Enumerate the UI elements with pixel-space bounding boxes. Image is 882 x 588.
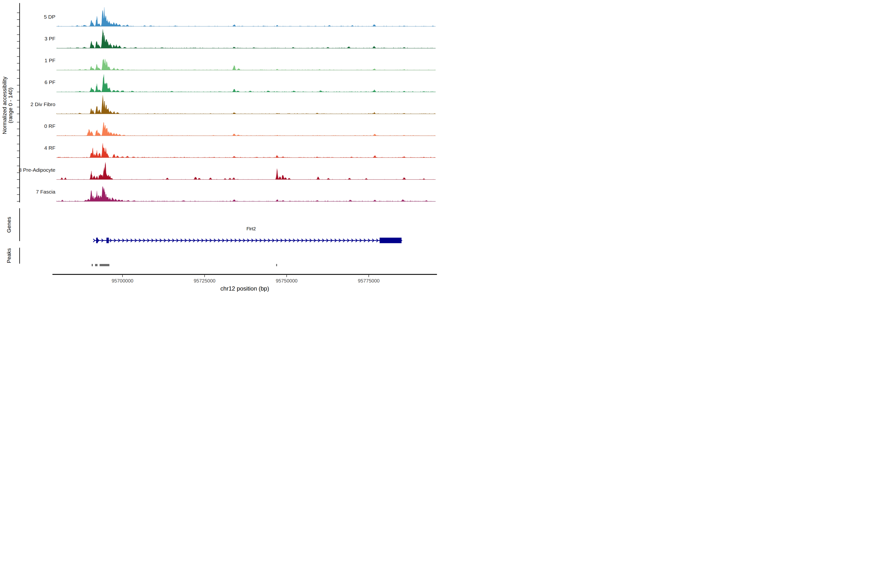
coverage-track-1-pf: 1 PF — [45, 58, 436, 70]
coverage-signal — [57, 143, 436, 158]
genome-browser-svg: Normalized accessibility (range 0 - 140)… — [0, 0, 441, 294]
track-label: 0 RF — [44, 123, 56, 129]
coverage-signal — [57, 186, 436, 201]
gene-model-track — [93, 238, 402, 243]
track-label: 7 Fascia — [36, 189, 56, 195]
x-axis-tick-label: 95725000 — [194, 278, 216, 284]
track-label: 3 PF — [45, 36, 56, 41]
peaks-track — [92, 264, 277, 266]
coverage-track-4-rf: 4 RF — [44, 143, 436, 158]
coverage-track-3-pf: 3 PF — [45, 29, 436, 48]
x-axis-title: chr12 position (bp) — [220, 285, 269, 292]
track-label: 4 RF — [44, 145, 56, 151]
y-axis-label-line1: Normalized accessibility — [2, 76, 8, 134]
coverage-signal — [57, 122, 436, 136]
coverage-plot-figure: Normalized accessibility (range 0 - 140)… — [0, 0, 441, 294]
track-label: 2 Div Fibro — [30, 101, 56, 107]
coverage-track-5-dp: 5 DP — [44, 8, 436, 27]
gene-exon — [106, 238, 109, 243]
track-label: 8 Pre-Adipocyte — [19, 167, 56, 173]
x-axis-tick-label: 95700000 — [112, 278, 134, 284]
track-label: 1 PF — [45, 58, 56, 63]
coverage-signal — [57, 75, 436, 92]
coverage-track-7-fascia: 7 Fascia — [36, 186, 436, 201]
coverage-signal — [57, 95, 436, 114]
coverage-axis-ticks — [17, 13, 20, 201]
peak-interval-box — [100, 264, 110, 266]
x-axis-tick-label: 95750000 — [276, 278, 298, 284]
track-label: 5 DP — [44, 14, 56, 20]
gene-name-label: Flrt2 — [246, 226, 256, 231]
peak-interval-box — [95, 264, 98, 266]
peak-interval-box — [276, 264, 277, 266]
peak-interval-box — [92, 264, 93, 266]
gene-exon — [96, 238, 98, 243]
genes-section-label: Genes — [6, 217, 12, 233]
coverage-signal — [57, 29, 436, 48]
coverage-track-6-pf: 6 PF — [45, 75, 436, 92]
track-label: 6 PF — [45, 80, 56, 85]
x-axis-ticks: 95700000957250009575000095775000 — [112, 274, 380, 284]
coverage-signal — [57, 8, 436, 27]
gene-direction-arrow — [93, 239, 95, 242]
peaks-section-label: Peaks — [6, 248, 12, 263]
coverage-track-2-div-fibro: 2 Div Fibro — [30, 95, 436, 114]
gene-exon — [380, 238, 401, 243]
coverage-tracks: 5 DP3 PF1 PF6 PF2 Div Fibro0 RF4 RF8 Pre… — [19, 8, 436, 201]
x-axis-tick-label: 95775000 — [358, 278, 380, 284]
coverage-track-8-pre-adipocyte: 8 Pre-Adipocyte — [19, 162, 436, 180]
coverage-signal — [57, 162, 436, 180]
y-axis-label-line2: (range 0 - 140) — [8, 87, 14, 123]
coverage-track-0-rf: 0 RF — [44, 122, 436, 136]
coverage-signal — [57, 59, 436, 70]
